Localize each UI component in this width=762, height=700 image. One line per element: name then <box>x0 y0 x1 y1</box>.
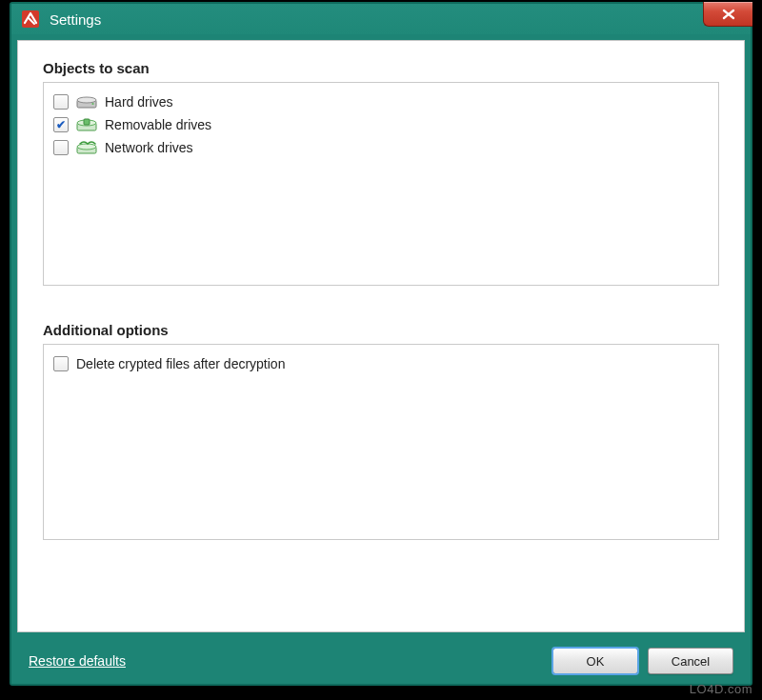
svg-rect-6 <box>84 119 90 125</box>
scan-item-label: Network drives <box>105 140 193 155</box>
cancel-button[interactable]: Cancel <box>648 648 733 674</box>
network-drive-icon <box>76 139 97 156</box>
scan-item-removable-drives: ✔ Removable drives <box>53 113 709 136</box>
additional-section-title: Additional options <box>43 322 719 338</box>
objects-section-title: Objects to scan <box>43 60 719 76</box>
checkbox-removable-drives[interactable]: ✔ <box>53 117 69 132</box>
close-button[interactable] <box>703 2 752 27</box>
checkbox-hard-drives[interactable] <box>53 94 69 110</box>
additional-item-label: Delete crypted files after decryption <box>76 356 285 371</box>
content-panel: Objects to scan Hard drives ✔ <box>17 40 745 632</box>
scan-item-label: Hard drives <box>105 94 173 110</box>
checkbox-delete-crypted[interactable] <box>53 356 69 371</box>
objects-group: Hard drives ✔ Removable drives <box>43 82 719 286</box>
svg-point-2 <box>77 97 96 103</box>
scan-item-label: Removable drives <box>105 117 211 132</box>
removable-icon <box>76 116 97 133</box>
app-logo-icon <box>19 8 42 30</box>
restore-defaults-link[interactable]: Restore defaults <box>29 653 126 669</box>
footer-bar: Restore defaults OK Cancel <box>11 638 751 684</box>
window-title: Settings <box>50 11 101 28</box>
close-icon <box>722 9 735 20</box>
scan-item-network-drives: Network drives <box>53 136 709 159</box>
hdd-icon <box>76 93 97 110</box>
scan-item-hard-drives: Hard drives <box>53 90 709 113</box>
checkbox-network-drives[interactable] <box>53 140 69 155</box>
titlebar: Settings <box>11 4 751 34</box>
additional-group: Delete crypted files after decryption <box>43 344 719 540</box>
svg-point-3 <box>91 103 93 105</box>
svg-point-8 <box>77 144 96 150</box>
ok-button[interactable]: OK <box>552 648 638 674</box>
settings-window: Settings Objects to scan Hard drives <box>10 2 752 686</box>
additional-item-delete-crypted: Delete crypted files after decryption <box>53 352 709 375</box>
